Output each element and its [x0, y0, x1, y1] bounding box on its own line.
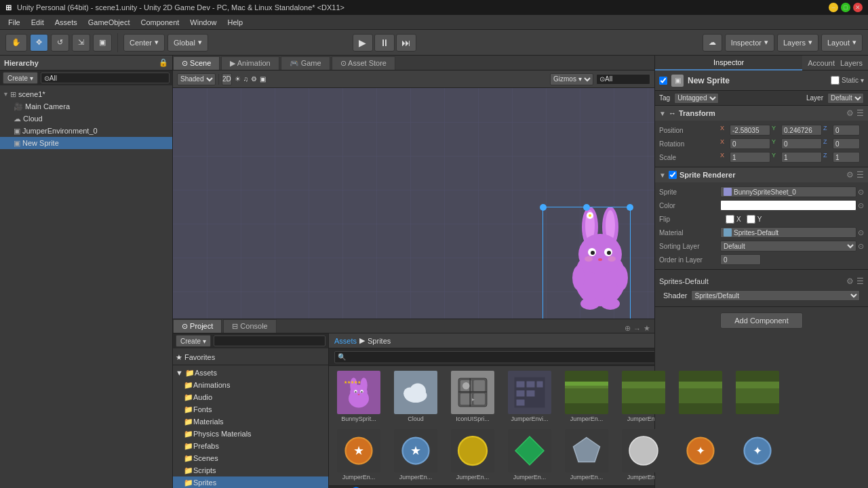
minimize-button[interactable]: – [829, 3, 838, 12]
pos-x-input[interactable] [730, 125, 770, 136]
hierarchy-item-cloud[interactable]: ☁ Cloud [0, 113, 172, 125]
static-checkbox[interactable] [831, 76, 840, 85]
sprite-pick-icon[interactable]: ⊙ [858, 188, 864, 197]
proj-scripts[interactable]: 📁 Scripts [173, 464, 328, 476]
sprite-ref[interactable]: BunnySpriteSheet_0 [720, 186, 856, 197]
hierarchy-item-jumperenvironment[interactable]: ▣ JumperEnvironment_0 [0, 125, 172, 137]
project-search-input[interactable] [214, 336, 326, 346]
add-component-button[interactable]: Add Component [720, 312, 803, 329]
scene-search-input[interactable] [596, 74, 650, 85]
proj-audio[interactable]: 📁 Audio [173, 391, 328, 403]
sr-menu-icon[interactable]: ☰ [856, 170, 864, 180]
tab-game[interactable]: 🎮 Game [281, 56, 330, 70]
play-button[interactable]: ▶ [353, 34, 373, 52]
bottom-icon1[interactable]: ⊕ [625, 324, 631, 333]
tag-select[interactable]: Untagged [674, 93, 719, 104]
rect-tool[interactable]: ▣ [93, 34, 112, 52]
rotate-tool[interactable]: ↺ [51, 34, 69, 52]
scene-canvas[interactable] [173, 88, 654, 319]
hierarchy-lock-icon[interactable]: 🔒 [159, 58, 168, 67]
tab-project[interactable]: ⊙ Project [173, 319, 222, 333]
proj-fonts[interactable]: 📁 Fonts [173, 403, 328, 415]
asset-iconuispri[interactable]: ▶ IconUISpri... [446, 369, 500, 424]
asset-jumperenv-star-orange[interactable]: ★ JumperEn... [332, 427, 386, 483]
asset-jumperenv-0[interactable]: JumperEnvi... [502, 369, 557, 424]
layer-select[interactable]: Default [827, 93, 864, 104]
sr-settings-icon[interactable]: ⚙ [846, 170, 854, 180]
layers-dropdown[interactable]: Layers ▾ [777, 34, 818, 52]
hierarchy-scene-item[interactable]: ▼ ⊞ scene1* [0, 88, 172, 100]
effects-icon[interactable]: ⚙ [251, 75, 257, 83]
rot-z-input[interactable] [833, 138, 860, 149]
light-icon[interactable]: ☀ [235, 75, 241, 83]
asset-jumperenv-diamond-green[interactable]: JumperEn... [502, 427, 557, 483]
breadcrumb-assets[interactable]: Assets [334, 337, 357, 345]
scale-tool[interactable]: ⇲ [72, 34, 90, 52]
sprites-default-settings-icon[interactable]: ⚙ [846, 277, 854, 286]
menu-gameobject[interactable]: GameObject [83, 17, 136, 28]
scale-z-input[interactable] [833, 152, 860, 163]
hierarchy-create-button[interactable]: Create ▾ [3, 72, 38, 84]
proj-physics-materials[interactable]: 📁 Physics Materials [173, 428, 328, 440]
more-icon[interactable]: ▣ [260, 75, 266, 83]
asset-jumperenv-star-blue[interactable]: ★ JumperEn... [389, 427, 443, 483]
account-dropdown[interactable]: Inspector ▾ [725, 34, 774, 52]
proj-sprites[interactable]: 📁 Sprites [173, 476, 328, 488]
scale-x-input[interactable] [730, 152, 770, 163]
proj-prefabs[interactable]: 📁 Prefabs [173, 440, 328, 452]
flip-x-checkbox[interactable] [726, 215, 734, 224]
menu-edit[interactable]: Edit [26, 17, 50, 28]
menu-window[interactable]: Window [184, 17, 222, 28]
gizmos-select[interactable]: Gizmos ▾ [550, 73, 593, 85]
menu-component[interactable]: Component [135, 17, 184, 28]
sprite-renderer-header[interactable]: ▼ Sprite Renderer ⚙ ☰ [655, 167, 868, 182]
sprite-object[interactable] [566, 203, 634, 312]
proj-animations[interactable]: 📁 Animations [173, 379, 328, 391]
project-create-button[interactable]: Create ▾ [176, 335, 211, 347]
static-arrow-icon[interactable]: ▾ [861, 77, 864, 84]
menu-assets[interactable]: Assets [50, 17, 83, 28]
step-button[interactable]: ⏭ [396, 34, 416, 52]
flip-y-checkbox[interactable] [747, 215, 755, 224]
object-active-checkbox[interactable] [659, 77, 667, 85]
material-ref[interactable]: Sprites-Default [720, 227, 856, 238]
proj-favorites[interactable]: ★ Favorites [173, 351, 328, 363]
center-dropdown[interactable]: Center ▾ [123, 34, 165, 52]
material-pick-icon[interactable]: ⊙ [858, 228, 864, 237]
proj-scenes[interactable]: 📁 Scenes [173, 452, 328, 464]
asset-jumperenv-circle-yellow[interactable]: JumperEn... [446, 427, 500, 483]
order-in-layer-input[interactable] [720, 254, 761, 265]
rot-x-input[interactable] [730, 138, 770, 149]
shader-select[interactable]: Sprites/Default [691, 290, 860, 301]
proj-materials[interactable]: 📁 Materials [173, 415, 328, 428]
sprite-renderer-checkbox[interactable] [669, 171, 677, 179]
transform-header[interactable]: ▼ ↔ Transform ⚙ ☰ [655, 106, 868, 121]
tab-animation[interactable]: ▶ Animation [221, 56, 279, 70]
hierarchy-item-maincamera[interactable]: 🎥 Main Camera [0, 100, 172, 113]
rot-y-input[interactable] [781, 138, 822, 149]
layout-dropdown[interactable]: Layout ▾ [821, 34, 863, 52]
pos-y-input[interactable] [781, 125, 822, 136]
move-tool[interactable]: ✥ [30, 34, 48, 52]
bottom-icon3[interactable]: ★ [644, 324, 650, 333]
asset-jumperenv-1[interactable]: JumperEn... [559, 369, 614, 424]
asset-cloud[interactable]: Cloud [389, 369, 443, 424]
color-picker[interactable] [720, 200, 856, 211]
asset-bunnysprite[interactable]: ★★★★★ BunnySprit... [332, 369, 386, 424]
pause-button[interactable]: ⏸ [374, 34, 395, 52]
shading-select[interactable]: Shaded [177, 73, 216, 85]
tab-assetstore[interactable]: ⊙ Asset Store [332, 56, 395, 70]
sprites-default-menu-icon[interactable]: ☰ [856, 277, 864, 286]
audio-icon[interactable]: ♫ [243, 75, 249, 83]
sorting-layer-expand-icon[interactable]: ⊙ [858, 242, 864, 251]
maximize-button[interactable]: □ [841, 3, 850, 12]
hierarchy-search-input[interactable] [41, 73, 170, 83]
scale-y-input[interactable] [781, 152, 822, 163]
asset-jumperenv-pentagon[interactable]: JumperEn... [559, 427, 614, 483]
tab-console[interactable]: ⊟ Console [223, 319, 276, 333]
close-button[interactable]: ✕ [853, 3, 863, 12]
inspector-tab[interactable]: Inspector [655, 56, 802, 70]
tab-scene[interactable]: ⊙ Scene [173, 56, 220, 70]
bottom-icon2[interactable]: → [633, 325, 641, 333]
2d-button[interactable]: 2D [222, 73, 232, 85]
